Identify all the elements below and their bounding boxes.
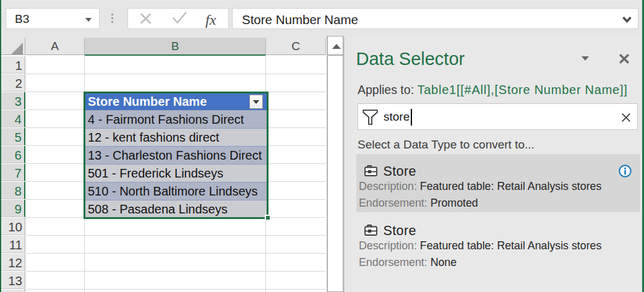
svg-text:fx: fx (205, 12, 217, 28)
